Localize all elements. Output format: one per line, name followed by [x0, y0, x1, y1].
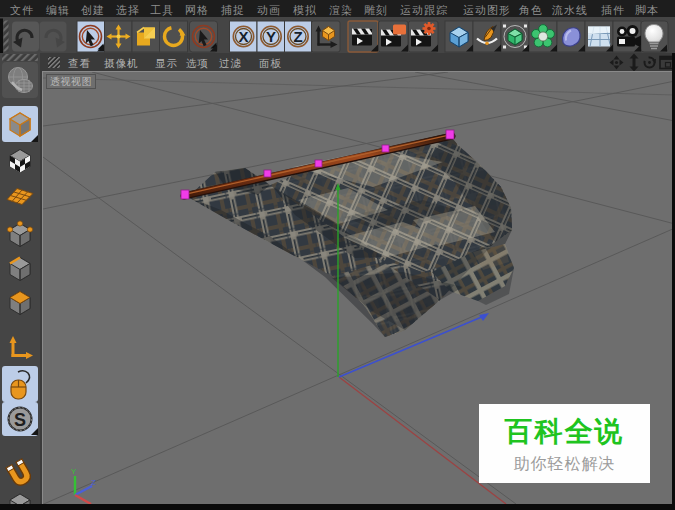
- svg-text:Z: Z: [293, 28, 302, 45]
- svg-text:S: S: [14, 410, 26, 430]
- svg-text:Y: Y: [266, 28, 276, 45]
- svg-text:X: X: [238, 28, 248, 45]
- svg-text:Z: Z: [91, 478, 96, 487]
- svg-text:Y: Y: [71, 467, 77, 476]
